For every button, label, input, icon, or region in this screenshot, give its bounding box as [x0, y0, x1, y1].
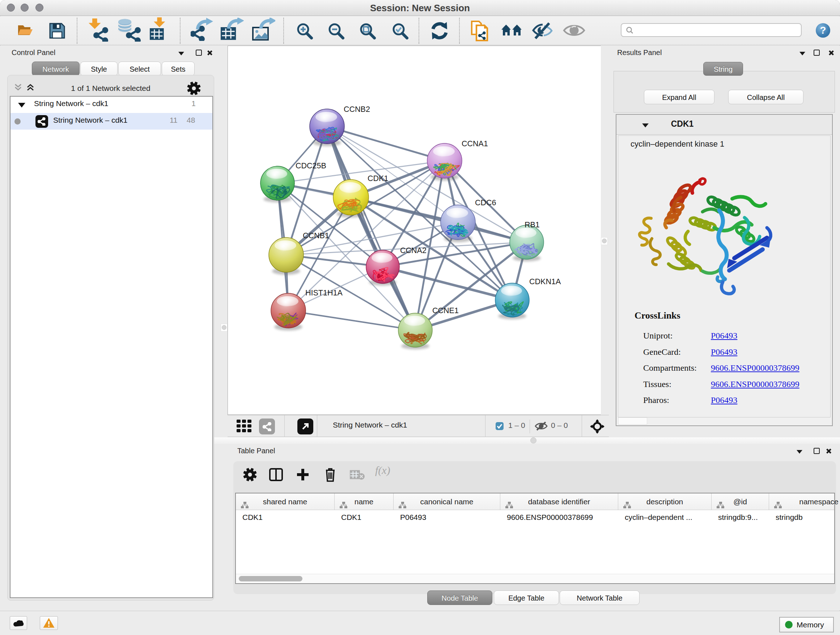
svg-text:RB1: RB1	[524, 220, 540, 229]
svg-text:CCNB1: CCNB1	[303, 231, 329, 240]
svg-text:CDK1: CDK1	[368, 174, 388, 183]
svg-text:CCNE1: CCNE1	[432, 306, 459, 315]
svg-text:HIST1H1A: HIST1H1A	[305, 288, 343, 297]
svg-text:CCNA1: CCNA1	[462, 139, 488, 148]
svg-text:CCNA2: CCNA2	[400, 246, 426, 255]
svg-text:CDC25B: CDC25B	[295, 162, 326, 170]
svg-text:CDC6: CDC6	[475, 198, 496, 207]
svg-text:CCNB2: CCNB2	[344, 105, 370, 114]
svg-text:CDKN1A: CDKN1A	[529, 277, 561, 286]
